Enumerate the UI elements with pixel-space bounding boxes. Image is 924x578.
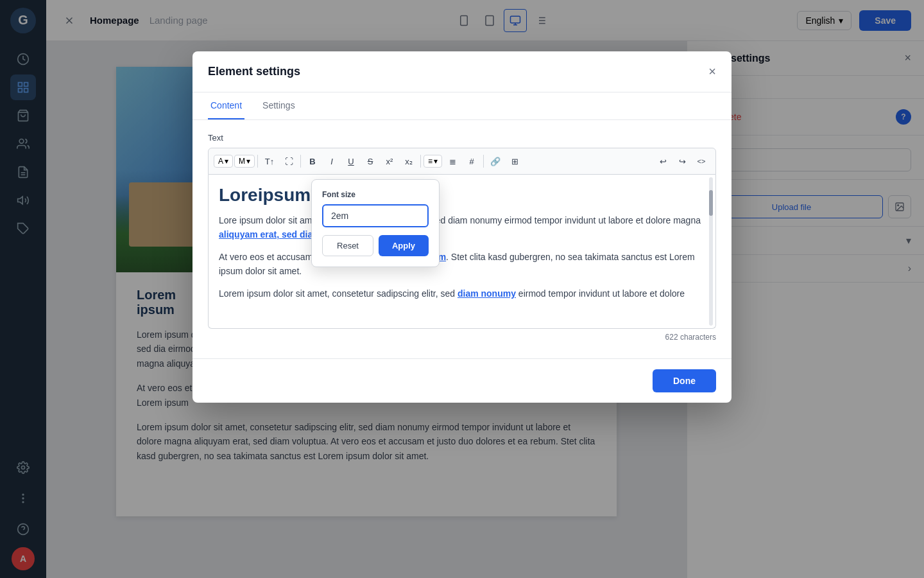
- tab-settings[interactable]: Settings: [260, 92, 298, 119]
- toolbar-sep-2: [300, 155, 301, 168]
- char-count: 622 characters: [208, 329, 716, 346]
- font-size-popup: Font size Reset Apply: [311, 179, 440, 267]
- rich-para-2: At vero eos et accusam et justo duo dolo…: [219, 250, 705, 279]
- font-size-popup-label: Font size: [322, 190, 429, 199]
- rich-scrollbar-thumb: [709, 190, 713, 216]
- toolbar-sep-4: [483, 155, 484, 168]
- toolbar-sep-1: [257, 155, 258, 168]
- font-format-dropdown[interactable]: A ▾: [214, 155, 233, 168]
- superscript-btn[interactable]: x²: [381, 152, 398, 170]
- rich-content-area[interactable]: Loreipsum dolor sit amet Lore ipsum dolo…: [208, 175, 716, 329]
- font-size-actions: Reset Apply: [322, 235, 429, 256]
- underline-btn[interactable]: U: [342, 152, 360, 170]
- modal-tabs: Content Settings: [193, 92, 732, 120]
- subscript-btn[interactable]: x₂: [400, 152, 418, 170]
- italic-btn[interactable]: I: [323, 152, 341, 170]
- redo-btn[interactable]: ↪: [673, 152, 691, 170]
- code-btn[interactable]: <>: [692, 152, 710, 170]
- rich-scrollbar: [709, 177, 713, 326]
- undo-btn[interactable]: ↩: [654, 152, 672, 170]
- rich-toolbar: A ▾ M ▾ T↑ ⛶ B I U S x² x₂ ≡: [208, 148, 716, 175]
- modal-header: Element settings ×: [193, 51, 732, 92]
- tab-content[interactable]: Content: [208, 92, 244, 119]
- rich-para-3: Lorem ipsum dolor sit amet, consetetur s…: [219, 286, 705, 301]
- modal-close-button[interactable]: ×: [708, 64, 716, 79]
- rich-heading: Loreipsum dolor sit amet: [219, 185, 705, 206]
- modal-body: Text A ▾ M ▾ T↑ ⛶ B I U S x²: [193, 120, 732, 358]
- link-btn[interactable]: 🔗: [486, 152, 504, 170]
- list-btn[interactable]: ≣: [443, 152, 461, 170]
- font-size-input[interactable]: [322, 204, 429, 227]
- expand-btn[interactable]: ⛶: [280, 152, 298, 170]
- modal-backdrop: Element settings × Content Settings Text…: [0, 0, 924, 578]
- text-transform-btn[interactable]: T↑: [261, 152, 278, 170]
- font-size-reset-button[interactable]: Reset: [322, 235, 373, 256]
- toolbar-sep-3: [420, 155, 421, 168]
- modal-title: Element settings: [208, 65, 300, 78]
- done-button[interactable]: Done: [653, 369, 716, 392]
- bold-btn[interactable]: B: [304, 152, 321, 170]
- table-btn[interactable]: ⊞: [506, 152, 524, 170]
- ordered-list-btn[interactable]: #: [463, 152, 481, 170]
- rich-para-1: Lore ipsum dolor sit amet, consetetur sa…: [219, 213, 705, 242]
- font-size-apply-button[interactable]: Apply: [379, 235, 429, 256]
- field-label: Text: [208, 133, 716, 143]
- strikethrough-btn[interactable]: S: [361, 152, 379, 170]
- element-settings-modal: Element settings × Content Settings Text…: [193, 51, 732, 403]
- font-size-dropdown[interactable]: M ▾: [234, 155, 255, 168]
- modal-footer: Done: [193, 358, 732, 403]
- align-dropdown[interactable]: ≡ ▾: [424, 155, 442, 168]
